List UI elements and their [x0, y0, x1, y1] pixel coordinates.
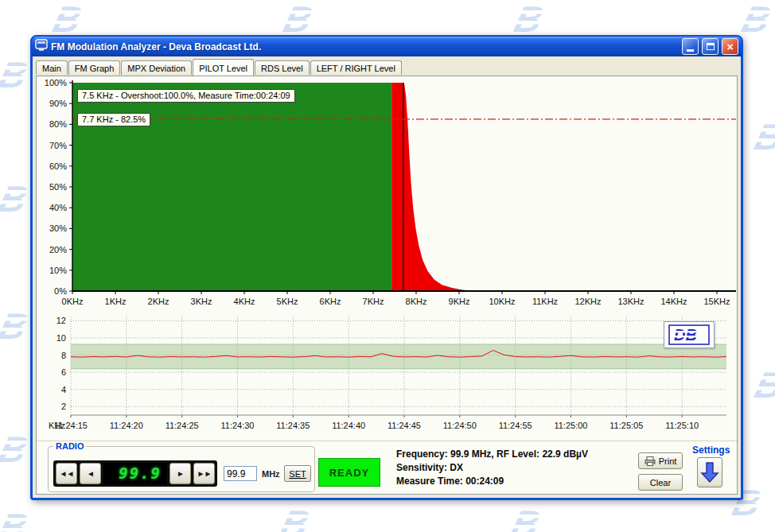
clear-button[interactable]: Clear — [638, 474, 683, 491]
settings-label: Settings — [692, 445, 730, 456]
svg-text:B: B — [0, 307, 32, 344]
brand-logo-watermark-icon: B — [0, 507, 33, 532]
minimize-icon — [687, 49, 694, 52]
deva-db-logo: DB — [664, 321, 715, 348]
brand-logo-watermark-icon: B — [272, 0, 318, 40]
pilot-spectrum-chart: 100%90%80%70%60%50%40%30%20%10%0%0KHz1KH… — [37, 78, 738, 310]
svg-text:12KHz: 12KHz — [574, 297, 601, 306]
svg-text:6: 6 — [61, 367, 66, 377]
tune-up-fast-button[interactable]: ►► — [193, 463, 215, 484]
tune-up-button[interactable]: ► — [169, 463, 191, 484]
svg-text:0KHz: 0KHz — [62, 297, 84, 306]
brand-logo-watermark-icon: B — [41, 0, 88, 40]
svg-text:B: B — [0, 180, 32, 216]
settings-button[interactable] — [697, 457, 722, 487]
frequency-display: 99.9 — [103, 463, 167, 484]
svg-text:6KHz: 6KHz — [320, 297, 341, 306]
printer-icon — [645, 456, 656, 466]
frequency-rf-line: Frequency: 99.9 MHz, RF Level: 22.9 dBµV — [396, 448, 588, 461]
svg-text:12: 12 — [56, 316, 66, 325]
svg-text:11:25:10: 11:25:10 — [665, 421, 699, 430]
mhz-label: MHz — [262, 469, 280, 479]
svg-text:B: B — [738, 0, 775, 37]
brand-logo-watermark-icon: B — [0, 430, 33, 470]
print-button[interactable]: Print — [638, 452, 683, 469]
tab-main[interactable]: Main — [36, 60, 68, 75]
svg-text:13KHz: 13KHz — [617, 297, 644, 306]
brand-logo-watermark-icon: B — [730, 0, 775, 40]
svg-text:50%: 50% — [49, 182, 67, 192]
svg-text:7KHz: 7KHz — [363, 297, 384, 306]
db-logo-icon: DB — [668, 324, 710, 345]
svg-text:11:24:35: 11:24:35 — [276, 421, 310, 430]
svg-text:11:24:30: 11:24:30 — [220, 421, 254, 430]
svg-text:0%: 0% — [54, 286, 67, 296]
frequency-input[interactable] — [224, 466, 257, 481]
svg-text:11:24:40: 11:24:40 — [332, 421, 365, 430]
svg-text:80%: 80% — [49, 119, 67, 129]
minimize-button[interactable] — [682, 38, 699, 55]
pilot-history-svg: 1210864211:24:1511:24:2011:24:2511:24:30… — [37, 312, 738, 433]
tune-down-fast-button[interactable]: ◄◄ — [56, 463, 77, 484]
svg-text:15KHz: 15KHz — [703, 297, 730, 306]
svg-text:11:24:55: 11:24:55 — [499, 421, 532, 430]
svg-text:60%: 60% — [49, 161, 67, 171]
tab-mpx-deviation[interactable]: MPX Deviation — [121, 60, 192, 75]
svg-text:70%: 70% — [49, 141, 67, 150]
svg-text:9KHz: 9KHz — [449, 297, 470, 306]
app-icon — [35, 39, 48, 54]
svg-text:B: B — [49, 0, 86, 37]
brand-logo-watermark-icon: B — [0, 56, 33, 95]
svg-text:90%: 90% — [49, 99, 67, 108]
svg-text:40%: 40% — [49, 203, 67, 212]
brand-logo-watermark-icon: B — [0, 180, 33, 219]
close-icon: × — [726, 41, 733, 52]
maximize-button[interactable] — [702, 38, 719, 55]
titlebar[interactable]: FM Modulation Analyzer - Deva Broadcast … — [32, 37, 742, 56]
svg-text:11:25:00: 11:25:00 — [554, 421, 587, 430]
set-button[interactable]: SET — [284, 465, 311, 482]
tuner-panel: ◄◄◄99.9►►► — [53, 460, 217, 487]
history-y-unit-label: KHz — [49, 421, 65, 430]
y-axis-ticks: 100%90%80%70%60%50%40%30%20%10%0% — [45, 78, 72, 296]
brand-logo-watermark-icon: B — [743, 118, 775, 157]
svg-text:B: B — [751, 366, 775, 402]
tab-left-right-level[interactable]: LEFT / RIGHT Level — [310, 60, 402, 75]
svg-text:11:25:05: 11:25:05 — [609, 421, 643, 430]
svg-text:8KHz: 8KHz — [406, 297, 427, 306]
sensitivity-line: Sensitivity: DX — [396, 461, 588, 475]
svg-text:B: B — [0, 56, 32, 92]
window-body: MainFM GraphMPX DeviationPILOT LevelRDS … — [34, 57, 739, 496]
radio-group-label: RADIO — [53, 441, 86, 451]
svg-text:B: B — [0, 430, 32, 467]
radio-group: RADIO ◄◄◄99.9►►► MHz SET — [48, 441, 315, 492]
maximize-icon — [707, 43, 715, 50]
tab-pilot-level[interactable]: PILOT Level — [193, 59, 254, 76]
tab-rds-level[interactable]: RDS Level — [255, 60, 310, 75]
svg-text:3KHz: 3KHz — [191, 297, 212, 306]
pilot-level-tab-page: 100%90%80%70%60%50%40%30%20%10%0%0KHz1KH… — [36, 76, 738, 495]
svg-text:11KHz: 11KHz — [532, 297, 558, 306]
svg-text:30%: 30% — [49, 223, 67, 233]
brand-logo-watermark-icon: B — [269, 504, 315, 532]
svg-text:100%: 100% — [45, 78, 67, 87]
app-window: FM Modulation Analyzer - Deva Broadcast … — [30, 35, 743, 500]
close-button[interactable]: × — [722, 38, 738, 55]
overshoot-annotation: 7.5 KHz - Overshoot:100.0%, Measure Time… — [77, 89, 295, 103]
svg-text:14KHz: 14KHz — [660, 297, 687, 306]
brand-logo-watermark-icon: B — [503, 0, 549, 40]
control-panel: RADIO ◄◄◄99.9►►► MHz SET READY Frequency… — [37, 441, 737, 495]
svg-text:2KHz: 2KHz — [148, 297, 169, 306]
brand-logo-watermark-icon: B — [500, 504, 546, 532]
svg-text:B: B — [277, 504, 314, 532]
tab-bar: MainFM GraphMPX DeviationPILOT LevelRDS … — [34, 57, 739, 75]
window-title: FM Modulation Analyzer - Deva Broadcast … — [51, 41, 679, 52]
measure-time-line: Measure Time: 00:24:09 — [396, 475, 588, 488]
x-axis-ticks: 0KHz1KHz2KHz3KHz4KHz5KHz6KHz7KHz8KHz9KHz… — [62, 291, 730, 306]
history-grid: 1210864211:24:1511:24:2011:24:2511:24:30… — [54, 316, 726, 430]
svg-text:8: 8 — [61, 351, 66, 360]
tune-down-button[interactable]: ◄ — [80, 463, 101, 484]
blue-down-arrow-icon — [699, 460, 720, 484]
tab-fm-graph[interactable]: FM Graph — [68, 60, 121, 75]
svg-text:5KHz: 5KHz — [277, 297, 298, 306]
